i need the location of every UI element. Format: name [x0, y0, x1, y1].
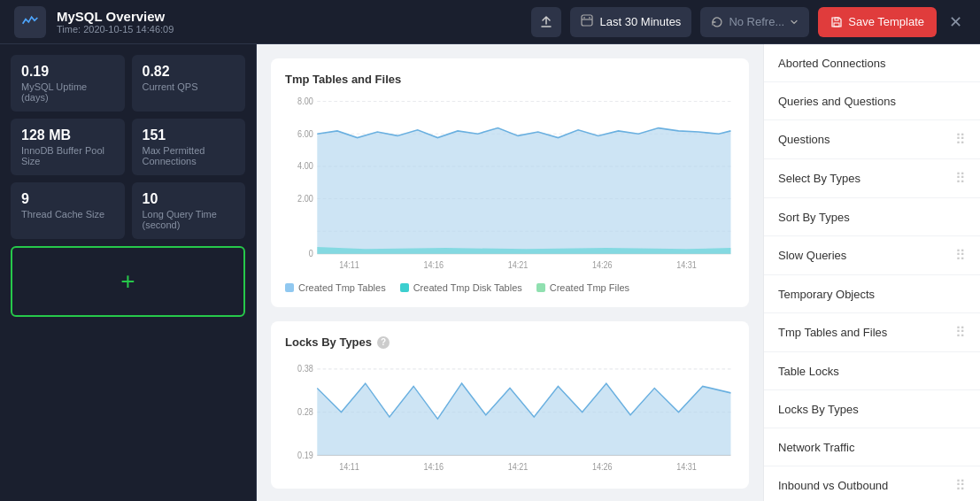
svg-text:14:26: 14:26	[592, 461, 613, 472]
metric-value: 0.82	[143, 64, 235, 80]
chart-tmp-tables: Tmp Tables and Files 8.00 6.00 4.00 2.00	[271, 58, 749, 307]
close-button[interactable]: ✕	[945, 9, 966, 35]
legend-item: Created Tmp Files	[536, 282, 629, 293]
drag-handle-icon[interactable]: ⠿	[955, 477, 966, 494]
metric-connections: 151 Max Permitted Connections	[132, 119, 246, 175]
chart-svg: 8.00 6.00 4.00 2.00 0 14:11 14:16 14:21 …	[285, 96, 735, 274]
drag-handle-icon[interactable]: ⠿	[955, 247, 966, 264]
time-icon	[581, 14, 593, 29]
metric-value: 128 MB	[21, 127, 114, 143]
time-range-button[interactable]: Last 30 Minutes	[570, 7, 692, 37]
panel-item-select-by-types[interactable]: Select By Types ⠿	[764, 159, 980, 198]
legend-label: Created Tmp Disk Tables	[413, 282, 522, 293]
metric-query-time: 10 Long Query Time (second)	[132, 182, 246, 239]
metric-label: Thread Cache Size	[21, 209, 114, 220]
svg-text:2.00: 2.00	[297, 193, 313, 204]
save-label: Save Template	[848, 15, 924, 28]
panel-item-questions[interactable]: Questions ⠿	[764, 120, 980, 159]
add-metric-card[interactable]: +	[11, 246, 245, 317]
metrics-grid: 0.19 MySQL Uptime (days) 0.82 Current QP…	[11, 55, 245, 239]
upload-button[interactable]	[531, 7, 561, 37]
refresh-button[interactable]: No Refre...	[700, 7, 809, 37]
chart-title: Locks By Types ?	[285, 335, 735, 349]
panel-item-aborted[interactable]: Aborted Connections	[764, 44, 980, 82]
svg-text:14:26: 14:26	[592, 260, 613, 271]
plus-icon: +	[120, 267, 135, 296]
metric-qps: 0.82 Current QPS	[132, 55, 246, 112]
metric-label: Max Permitted Connections	[143, 145, 235, 166]
legend-color	[536, 283, 545, 292]
svg-text:0: 0	[309, 248, 313, 258]
metric-buffer: 128 MB InnoDB Buffer Pool Size	[11, 119, 125, 175]
header-title-group: MySQL Overview Time: 2020-10-15 14:46:09	[57, 9, 531, 35]
svg-text:14:11: 14:11	[339, 260, 359, 271]
svg-text:0.19: 0.19	[297, 450, 313, 460]
drag-handle-icon[interactable]: ⠿	[955, 324, 966, 341]
metric-value: 10	[143, 191, 235, 207]
panel-item-slow-queries[interactable]: Slow Queries ⠿	[764, 236, 980, 275]
metric-label: MySQL Uptime (days)	[21, 81, 114, 103]
svg-text:14:21: 14:21	[508, 461, 529, 472]
app-logo	[14, 6, 46, 38]
chart-area: 8.00 6.00 4.00 2.00 0 14:11 14:16 14:21 …	[285, 96, 735, 274]
page-subtitle: Time: 2020-10-15 14:46:09	[57, 24, 531, 35]
header: MySQL Overview Time: 2020-10-15 14:46:09…	[0, 0, 980, 44]
legend-color	[400, 283, 409, 292]
right-panel: Aborted Connections Queries and Question…	[763, 44, 980, 501]
svg-text:8.00: 8.00	[297, 96, 313, 106]
save-template-button[interactable]: Save Template	[818, 7, 937, 37]
main-content: 0.19 MySQL Uptime (days) 0.82 Current QP…	[0, 44, 980, 501]
svg-rect-0	[582, 15, 592, 26]
chart-legend: Created Tmp Tables Created Tmp Disk Tabl…	[285, 282, 735, 293]
metric-value: 9	[21, 191, 114, 207]
metric-label: InnoDB Buffer Pool Size	[21, 145, 114, 166]
header-controls: Last 30 Minutes No Refre... Save Templat…	[531, 7, 966, 37]
refresh-label: No Refre...	[729, 15, 784, 28]
panel-item-locks-by-types[interactable]: Locks By Types	[764, 390, 980, 428]
metric-thread-cache: 9 Thread Cache Size	[11, 182, 125, 239]
chart-title: Tmp Tables and Files	[285, 73, 735, 86]
legend-color	[285, 283, 294, 292]
svg-text:14:31: 14:31	[676, 260, 697, 271]
left-panel: 0.19 MySQL Uptime (days) 0.82 Current QP…	[0, 44, 257, 501]
time-range-label: Last 30 Minutes	[600, 15, 682, 28]
svg-text:0.38: 0.38	[297, 363, 313, 374]
drag-handle-icon[interactable]: ⠿	[955, 131, 966, 148]
chart-svg: 0.38 0.28 0.19 14:11 14:16 14:21 14:26 1…	[285, 359, 735, 474]
metric-value: 151	[143, 127, 235, 143]
legend-label: Created Tmp Tables	[298, 282, 386, 293]
panel-item-temporary-objects[interactable]: Temporary Objects	[764, 275, 980, 313]
panel-item-network-traffic[interactable]: Network Traffic	[764, 428, 980, 466]
panel-item-inbound-outbound[interactable]: Inbound vs Outbound ⠿	[764, 466, 980, 501]
svg-text:14:21: 14:21	[508, 260, 529, 271]
legend-item: Created Tmp Disk Tables	[400, 282, 522, 293]
legend-label: Created Tmp Files	[550, 282, 629, 293]
chart-locks: Locks By Types ? 0.38 0.28 0.19	[271, 321, 749, 489]
panel-item-queries-questions[interactable]: Queries and Questions	[764, 82, 980, 120]
page-title: MySQL Overview	[57, 9, 531, 24]
svg-text:0.28: 0.28	[297, 406, 313, 417]
metric-label: Long Query Time (second)	[143, 209, 235, 230]
panel-item-sort-by-types[interactable]: Sort By Types	[764, 198, 980, 236]
svg-text:6.00: 6.00	[297, 128, 313, 139]
metric-value: 0.19	[21, 64, 114, 80]
panel-item-table-locks[interactable]: Table Locks	[764, 352, 980, 390]
help-icon: ?	[377, 336, 390, 349]
center-panel: Tmp Tables and Files 8.00 6.00 4.00 2.00	[257, 44, 763, 501]
svg-text:14:11: 14:11	[339, 461, 359, 472]
metric-uptime: 0.19 MySQL Uptime (days)	[11, 55, 125, 112]
metric-label: Current QPS	[143, 81, 235, 92]
drag-handle-icon[interactable]: ⠿	[955, 170, 966, 187]
legend-item: Created Tmp Tables	[285, 282, 386, 293]
svg-text:14:16: 14:16	[423, 260, 444, 271]
svg-text:14:16: 14:16	[423, 461, 444, 472]
svg-text:4.00: 4.00	[297, 160, 313, 171]
svg-text:14:31: 14:31	[676, 461, 697, 472]
panel-item-tmp-tables[interactable]: Tmp Tables and Files ⠿	[764, 313, 980, 352]
svg-rect-5	[835, 18, 838, 20]
chart-area: 0.38 0.28 0.19 14:11 14:16 14:21 14:26 1…	[285, 359, 735, 474]
